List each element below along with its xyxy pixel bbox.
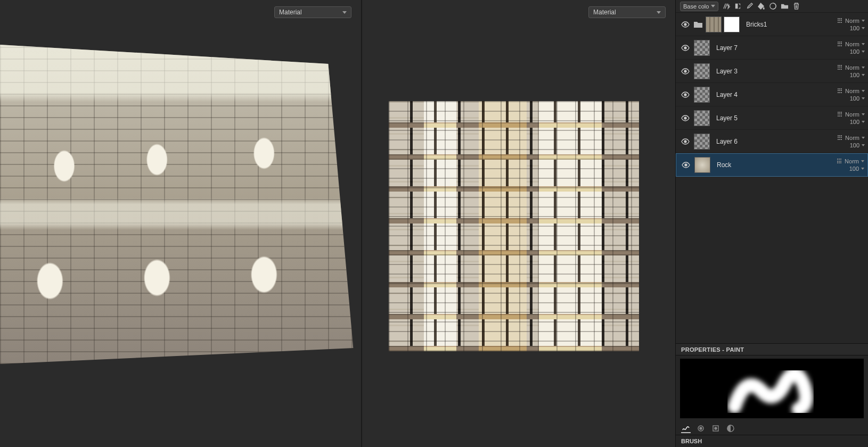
chevron-down-icon [862,113,865,115]
chevron-down-icon [342,11,347,14]
folder-icon[interactable] [780,2,789,11]
layers-toolbar: Base colo [676,0,868,13]
layer-row[interactable]: Bricks1 Norm 100 [676,13,868,36]
layer-name-label[interactable]: Layer 5 [714,114,833,122]
visibility-toggle-icon[interactable] [681,90,690,99]
layer-name-label[interactable]: Layer 4 [714,91,833,98]
effects-icon[interactable] [722,2,730,11]
layer-name-label[interactable]: Rock [715,161,833,169]
viewport-2d[interactable]: Material [362,0,675,447]
channel-dropdown[interactable]: Base colo [680,2,718,11]
blend-mode-label[interactable]: Norm [845,64,859,71]
layer-thumbnails [694,40,710,56]
visibility-toggle-icon[interactable] [681,137,690,146]
layer-name-label[interactable]: Layer 6 [714,138,833,145]
brush-section-header: BRUSH [676,435,868,447]
blend-mode-label[interactable]: Norm [845,18,859,24]
layer-thumbnails [706,16,740,32]
visibility-toggle-icon[interactable] [681,44,690,52]
blend-mode-label[interactable]: Norm [845,41,859,47]
chevron-down-icon [862,20,865,22]
layer-row[interactable]: Layer 5 Norm 100 [676,106,868,130]
chevron-down-icon [862,27,865,29]
layer-settings: Norm 100 [838,111,865,125]
tab-material[interactable] [726,424,735,433]
drag-handle-icon[interactable] [838,112,843,117]
chevron-down-icon [862,144,865,146]
trash-icon[interactable] [792,2,800,11]
layer-name-label[interactable]: Bricks1 [744,21,833,28]
chevron-down-icon [862,43,865,45]
opacity-label[interactable]: 100 [850,72,859,78]
brush-icon[interactable] [745,2,754,11]
opacity-label[interactable]: 100 [850,119,859,125]
opacity-label[interactable]: 100 [850,48,859,55]
svg-point-4 [684,94,686,96]
chevron-down-icon [862,137,865,139]
viewport-2d-mode-dropdown[interactable]: Material [588,6,666,18]
drag-handle-icon[interactable] [838,42,843,47]
layers-list: Bricks1 Norm 100 Layer 7 Norm 100 Layer … [676,13,868,178]
svg-point-5 [684,117,686,119]
svg-point-11 [715,427,717,429]
layer-settings: Norm 100 [838,64,865,78]
opacity-label[interactable]: 100 [850,25,859,31]
properties-panel: PROPERTIES - PAINT BRUSH [676,343,868,447]
layer-thumbnail [694,87,710,103]
blend-mode-label[interactable]: Norm [845,135,859,141]
tab-stencil[interactable] [711,424,720,433]
layer-settings: Norm 100 [838,41,865,55]
viewport-3d[interactable]: Material [0,0,362,447]
chevron-down-icon [862,74,865,76]
layer-thumbnail [694,134,710,150]
blend-mode-label[interactable]: Norm [845,111,859,118]
chevron-down-icon [861,168,864,170]
layer-thumbnail [694,40,710,56]
blend-mode-label[interactable]: Norm [845,88,859,94]
layer-row[interactable]: Layer 4 Norm 100 [676,83,868,106]
mask-icon[interactable] [733,2,742,11]
chevron-down-icon [862,97,865,100]
fill-bucket-icon[interactable] [757,2,765,11]
layer-row[interactable]: Layer 6 Norm 100 [676,130,868,153]
layer-settings: Norm 100 [838,135,865,148]
layer-name-label[interactable]: Layer 7 [714,44,833,52]
brush-preview [680,359,864,418]
blend-mode-label[interactable]: Norm [845,158,859,164]
layers-empty-space [676,178,868,343]
svg-point-9 [700,427,702,429]
drag-handle-icon[interactable] [838,65,843,70]
visibility-toggle-icon[interactable] [682,161,690,169]
viewport-area: Material Material [0,0,675,447]
opacity-label[interactable]: 100 [849,165,859,172]
chevron-down-icon [862,51,865,53]
drag-handle-icon[interactable] [838,135,843,140]
drag-handle-icon[interactable] [838,88,843,94]
chevron-down-icon [711,5,715,7]
svg-point-3 [684,70,686,72]
svg-point-6 [684,140,686,143]
layer-settings: Norm 100 [838,18,865,31]
tab-brush-stroke[interactable] [681,424,691,433]
viewport-uv-render [389,101,639,351]
visibility-toggle-icon[interactable] [681,20,690,29]
visibility-toggle-icon[interactable] [681,114,690,122]
layer-row[interactable]: Layer 3 Norm 100 [676,60,868,83]
layer-row[interactable]: Layer 7 Norm 100 [676,36,868,60]
layer-name-label[interactable]: Layer 3 [714,68,833,75]
visibility-toggle-icon[interactable] [681,67,690,76]
layer-thumbnails [694,134,710,150]
chevron-down-icon [862,90,865,92]
viewport-3d-mode-dropdown[interactable]: Material [274,6,351,18]
layer-row[interactable]: Rock Norm 100 [676,153,868,177]
tab-alpha[interactable] [696,424,706,433]
smart-material-icon[interactable] [768,2,777,11]
opacity-label[interactable]: 100 [850,95,859,102]
drag-handle-icon[interactable] [838,18,843,23]
properties-header: PROPERTIES - PAINT [676,344,868,355]
svg-point-1 [684,23,686,26]
opacity-label[interactable]: 100 [850,142,859,148]
drag-handle-icon[interactable] [837,159,842,164]
layer-thumbnail [694,63,710,79]
layer-thumbnails [694,110,710,126]
